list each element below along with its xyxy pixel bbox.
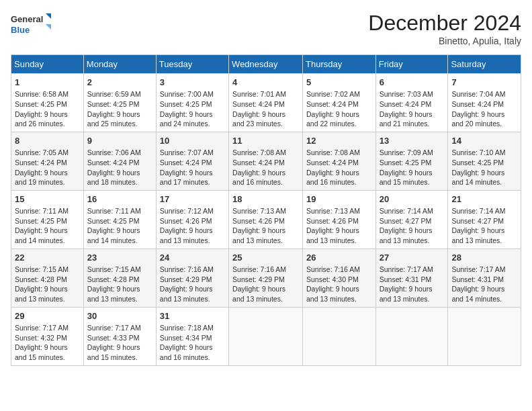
calendar-cell bbox=[448, 307, 521, 365]
calendar-cell: 6Sunrise: 7:03 AMSunset: 4:24 PMDaylight… bbox=[375, 74, 448, 132]
day-info: Sunrise: 7:13 AMSunset: 4:26 PMDaylight:… bbox=[306, 207, 360, 244]
logo-svg: General Blue bbox=[11, 11, 51, 38]
title-block: December 2024 Binetto, Apulia, Italy bbox=[368, 11, 521, 46]
col-friday: Friday bbox=[375, 55, 448, 74]
day-info: Sunrise: 7:15 AMSunset: 4:28 PMDaylight:… bbox=[15, 265, 69, 303]
day-number: 22 bbox=[15, 252, 80, 264]
day-info: Sunrise: 7:16 AMSunset: 4:30 PMDaylight:… bbox=[306, 265, 360, 303]
day-number: 1 bbox=[15, 77, 80, 89]
day-info: Sunrise: 7:07 AMSunset: 4:24 PMDaylight:… bbox=[160, 148, 214, 186]
calendar-cell: 27Sunrise: 7:17 AMSunset: 4:31 PMDayligh… bbox=[375, 248, 448, 307]
day-number: 8 bbox=[15, 135, 80, 147]
calendar-cell: 8Sunrise: 7:05 AMSunset: 4:24 PMDaylight… bbox=[11, 132, 84, 190]
svg-text:General: General bbox=[11, 14, 43, 24]
calendar-cell: 19Sunrise: 7:13 AMSunset: 4:26 PMDayligh… bbox=[303, 190, 376, 248]
day-info: Sunrise: 7:09 AMSunset: 4:25 PMDaylight:… bbox=[380, 148, 433, 186]
day-number: 6 bbox=[380, 77, 445, 89]
logo: General Blue bbox=[11, 11, 51, 38]
day-info: Sunrise: 7:11 AMSunset: 4:25 PMDaylight:… bbox=[87, 207, 141, 244]
page-container: General Blue December 2024 Binetto, Apul… bbox=[0, 0, 532, 371]
col-thursday: Thursday bbox=[303, 55, 376, 74]
calendar-cell: 15Sunrise: 7:11 AMSunset: 4:25 PMDayligh… bbox=[11, 190, 84, 248]
calendar-cell: 2Sunrise: 6:59 AMSunset: 4:25 PMDaylight… bbox=[83, 74, 156, 132]
day-info: Sunrise: 7:15 AMSunset: 4:28 PMDaylight:… bbox=[87, 265, 141, 303]
svg-marker-2 bbox=[46, 13, 51, 19]
day-number: 9 bbox=[87, 135, 152, 147]
calendar-cell: 10Sunrise: 7:07 AMSunset: 4:24 PMDayligh… bbox=[156, 132, 228, 190]
day-info: Sunrise: 7:10 AMSunset: 4:25 PMDaylight:… bbox=[451, 148, 505, 186]
day-info: Sunrise: 6:58 AMSunset: 4:25 PMDaylight:… bbox=[15, 90, 69, 128]
day-info: Sunrise: 7:17 AMSunset: 4:32 PMDaylight:… bbox=[15, 324, 69, 361]
day-number: 12 bbox=[306, 135, 372, 147]
day-number: 18 bbox=[232, 193, 299, 205]
col-saturday: Saturday bbox=[448, 55, 521, 74]
calendar-cell: 20Sunrise: 7:14 AMSunset: 4:27 PMDayligh… bbox=[375, 190, 448, 248]
header: General Blue December 2024 Binetto, Apul… bbox=[11, 11, 521, 46]
day-info: Sunrise: 7:08 AMSunset: 4:24 PMDaylight:… bbox=[232, 148, 286, 186]
day-info: Sunrise: 7:14 AMSunset: 4:27 PMDaylight:… bbox=[380, 207, 433, 244]
calendar-header-row: Sunday Monday Tuesday Wednesday Thursday… bbox=[11, 55, 521, 74]
svg-text:Blue: Blue bbox=[11, 25, 30, 35]
day-number: 17 bbox=[160, 193, 225, 205]
calendar-cell: 29Sunrise: 7:17 AMSunset: 4:32 PMDayligh… bbox=[11, 307, 84, 365]
calendar-cell: 17Sunrise: 7:12 AMSunset: 4:26 PMDayligh… bbox=[156, 190, 228, 248]
col-tuesday: Tuesday bbox=[156, 55, 228, 74]
day-number: 21 bbox=[451, 193, 517, 205]
calendar-cell: 23Sunrise: 7:15 AMSunset: 4:28 PMDayligh… bbox=[83, 248, 156, 307]
day-number: 27 bbox=[380, 252, 445, 264]
calendar-cell: 16Sunrise: 7:11 AMSunset: 4:25 PMDayligh… bbox=[83, 190, 156, 248]
day-number: 20 bbox=[380, 193, 445, 205]
day-number: 26 bbox=[306, 252, 372, 264]
calendar-cell: 24Sunrise: 7:16 AMSunset: 4:29 PMDayligh… bbox=[156, 248, 228, 307]
day-number: 23 bbox=[87, 252, 152, 264]
day-number: 29 bbox=[15, 310, 80, 322]
calendar-cell bbox=[229, 307, 303, 365]
day-info: Sunrise: 7:16 AMSunset: 4:29 PMDaylight:… bbox=[160, 265, 214, 303]
month-title: December 2024 bbox=[368, 11, 521, 36]
day-info: Sunrise: 7:00 AMSunset: 4:25 PMDaylight:… bbox=[160, 90, 214, 128]
day-info: Sunrise: 7:18 AMSunset: 4:34 PMDaylight:… bbox=[160, 324, 214, 361]
calendar-cell: 21Sunrise: 7:14 AMSunset: 4:27 PMDayligh… bbox=[448, 190, 521, 248]
day-number: 4 bbox=[232, 77, 299, 89]
col-monday: Monday bbox=[83, 55, 156, 74]
calendar-cell: 9Sunrise: 7:06 AMSunset: 4:24 PMDaylight… bbox=[83, 132, 156, 190]
calendar-cell: 12Sunrise: 7:08 AMSunset: 4:24 PMDayligh… bbox=[303, 132, 376, 190]
day-number: 16 bbox=[87, 193, 152, 205]
calendar-cell: 28Sunrise: 7:17 AMSunset: 4:31 PMDayligh… bbox=[448, 248, 521, 307]
day-number: 28 bbox=[451, 252, 517, 264]
calendar-cell: 13Sunrise: 7:09 AMSunset: 4:25 PMDayligh… bbox=[375, 132, 448, 190]
day-number: 19 bbox=[306, 193, 372, 205]
day-number: 25 bbox=[232, 252, 299, 264]
day-number: 5 bbox=[306, 77, 372, 89]
day-number: 2 bbox=[87, 77, 152, 89]
svg-marker-3 bbox=[46, 24, 51, 30]
day-number: 7 bbox=[451, 77, 517, 89]
location: Binetto, Apulia, Italy bbox=[368, 36, 521, 46]
calendar-cell: 31Sunrise: 7:18 AMSunset: 4:34 PMDayligh… bbox=[156, 307, 228, 365]
calendar-table: Sunday Monday Tuesday Wednesday Thursday… bbox=[11, 54, 521, 366]
day-info: Sunrise: 7:17 AMSunset: 4:31 PMDaylight:… bbox=[380, 265, 433, 303]
calendar-cell: 1Sunrise: 6:58 AMSunset: 4:25 PMDaylight… bbox=[11, 74, 84, 132]
day-info: Sunrise: 7:05 AMSunset: 4:24 PMDaylight:… bbox=[15, 148, 69, 186]
calendar-cell: 5Sunrise: 7:02 AMSunset: 4:24 PMDaylight… bbox=[303, 74, 376, 132]
day-info: Sunrise: 7:14 AMSunset: 4:27 PMDaylight:… bbox=[451, 207, 505, 244]
day-info: Sunrise: 7:04 AMSunset: 4:24 PMDaylight:… bbox=[451, 90, 505, 128]
day-info: Sunrise: 7:02 AMSunset: 4:24 PMDaylight:… bbox=[306, 90, 360, 128]
calendar-cell bbox=[303, 307, 376, 365]
day-info: Sunrise: 6:59 AMSunset: 4:25 PMDaylight:… bbox=[87, 90, 141, 128]
day-number: 13 bbox=[380, 135, 445, 147]
calendar-cell: 18Sunrise: 7:13 AMSunset: 4:26 PMDayligh… bbox=[229, 190, 303, 248]
calendar-cell: 4Sunrise: 7:01 AMSunset: 4:24 PMDaylight… bbox=[229, 74, 303, 132]
day-number: 30 bbox=[87, 310, 152, 322]
calendar-cell: 25Sunrise: 7:16 AMSunset: 4:29 PMDayligh… bbox=[229, 248, 303, 307]
col-wednesday: Wednesday bbox=[229, 55, 303, 74]
day-number: 3 bbox=[160, 77, 225, 89]
day-info: Sunrise: 7:01 AMSunset: 4:24 PMDaylight:… bbox=[232, 90, 286, 128]
day-info: Sunrise: 7:12 AMSunset: 4:26 PMDaylight:… bbox=[160, 207, 214, 244]
day-info: Sunrise: 7:03 AMSunset: 4:24 PMDaylight:… bbox=[380, 90, 433, 128]
day-number: 14 bbox=[451, 135, 517, 147]
calendar-cell: 11Sunrise: 7:08 AMSunset: 4:24 PMDayligh… bbox=[229, 132, 303, 190]
calendar-cell: 30Sunrise: 7:17 AMSunset: 4:33 PMDayligh… bbox=[83, 307, 156, 365]
calendar-cell: 26Sunrise: 7:16 AMSunset: 4:30 PMDayligh… bbox=[303, 248, 376, 307]
day-info: Sunrise: 7:06 AMSunset: 4:24 PMDaylight:… bbox=[87, 148, 141, 186]
